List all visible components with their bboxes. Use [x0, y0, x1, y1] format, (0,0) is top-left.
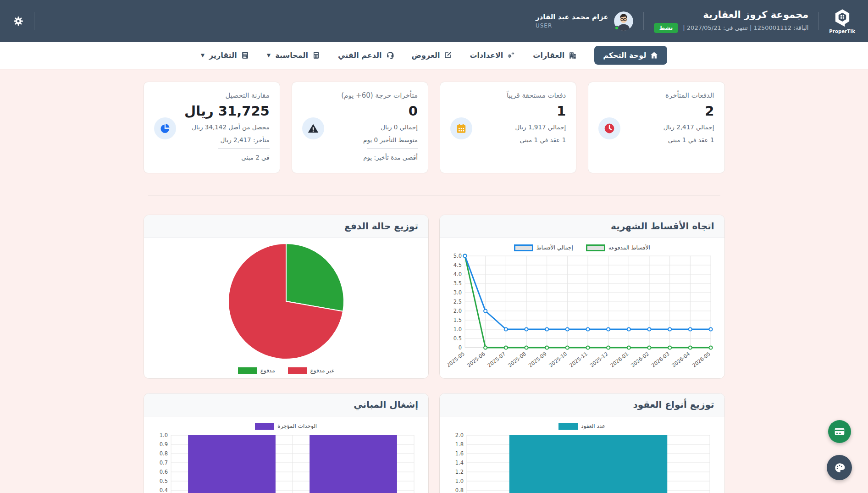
bar-chart-contract-types: 2.01.81.61.41.21.00.80.60.40.20.0	[448, 431, 716, 493]
stat-card: الدفعات المتأخرة 2 إجمالي 2,417 ريال1 عق…	[588, 82, 724, 173]
nav-item-headset[interactable]: الدعم الفني	[338, 51, 394, 60]
svg-text:2025-07: 2025-07	[487, 351, 507, 369]
svg-text:2025-11: 2025-11	[569, 351, 589, 369]
chart-card-monthly-trend: اتجاه الأقساط الشهرية الأقساط المدفوعةإج…	[439, 215, 725, 379]
svg-text:0.4: 0.4	[159, 487, 167, 493]
stat-subtext: متأخر: 2,417 ريال	[182, 135, 270, 145]
nav-item-label: العقارات	[533, 51, 564, 60]
svg-text:2025-12: 2025-12	[589, 351, 609, 369]
legend-label: غير مدفوع	[310, 367, 334, 374]
chart-title-building-occupancy: إشغال المباني	[144, 393, 429, 416]
nav-item-label: الدعم الفني	[338, 51, 382, 60]
bar-chart-building-occupancy: 1.00.90.80.70.60.50.40.30.20.10.0	[152, 431, 420, 493]
svg-text:1.0: 1.0	[159, 432, 167, 438]
section-divider	[148, 195, 720, 195]
stat-value: 1	[478, 103, 566, 119]
chart-legend: عدد العقود	[443, 423, 721, 430]
chart-title-monthly-trend: اتجاه الأقساط الشهرية	[440, 215, 724, 238]
chart-legend: غير مدفوعمدفوع	[148, 367, 425, 374]
legend-label: الأقساط المدفوعة	[608, 244, 650, 251]
stat-divider	[367, 148, 418, 149]
legend-item[interactable]: غير مدفوع	[288, 367, 334, 374]
svg-text:0.6: 0.6	[159, 469, 167, 475]
svg-text:2025-09: 2025-09	[528, 351, 548, 369]
brand-name: ProperTik	[829, 29, 855, 34]
stat-subtext: إجمالي 0 ريال	[330, 122, 418, 132]
stat-subtext: متوسط التأخير 0 يوم	[330, 135, 418, 145]
stat-subtext: أقصى مدة تأخير: يوم	[330, 153, 418, 162]
user-block[interactable]: عزام محمد عبد القادر USER	[536, 11, 633, 31]
svg-text:0.8: 0.8	[159, 450, 167, 457]
clock-icon	[598, 117, 620, 139]
chart-legend: الوحدات المؤجرة	[148, 423, 425, 430]
nav-item-calculator[interactable]: المحاسبة▼	[267, 51, 321, 60]
nav-item-gears[interactable]: الاعدادات	[470, 51, 515, 60]
status-badge: نشط	[654, 23, 679, 33]
stat-card: متأخرات حرجة (60+ يوم) 0 إجمالي 0 ريالمت…	[292, 82, 428, 173]
stat-subtext: إجمالي 1,917 ريال	[478, 122, 566, 132]
stat-card: دفعات مستحقة قريباً 1 إجمالي 1,917 ريال1…	[440, 82, 576, 173]
calculator-icon	[312, 51, 321, 60]
building-icon	[568, 51, 577, 60]
svg-text:0.8: 0.8	[455, 487, 464, 493]
svg-text:1.0: 1.0	[453, 326, 462, 332]
legend-item[interactable]: عدد العقود	[558, 423, 605, 430]
main-nav: لوحة التحكمالعقاراتالاعداداتالعروضالدعم …	[0, 42, 868, 69]
legend-item[interactable]: الوحدات المؤجرة	[255, 423, 317, 430]
dashboard-main: الدفعات المتأخرة 2 إجمالي 2,417 ريال1 عق…	[144, 69, 725, 493]
plan-info: الباقة: 1250001112 | تنتهي في: 2027/05/2…	[683, 24, 808, 31]
stat-subtext: في 2 مبنى	[182, 153, 270, 162]
gear-icon	[13, 16, 24, 27]
legend-label: الوحدات المؤجرة	[277, 423, 317, 429]
svg-text:1.5: 1.5	[453, 317, 462, 323]
stat-value: 31,725 ريال	[182, 103, 270, 119]
avatar[interactable]	[614, 11, 633, 31]
payments-fab[interactable]	[828, 420, 851, 443]
stat-subtext: 1 عقد في 1 مبنى	[626, 135, 714, 145]
svg-text:2025-08: 2025-08	[507, 351, 527, 369]
stat-subtext: إجمالي 2,417 ريال	[626, 122, 714, 132]
brand-logo: ProperTik	[829, 8, 855, 34]
nav-item-label: التقارير	[209, 51, 237, 60]
stat-subtext: محصل من أصل 34,142 ريال	[182, 122, 270, 132]
legend-label: عدد العقود	[581, 423, 605, 429]
settings-gear-button[interactable]	[13, 16, 24, 27]
nav-item-home[interactable]: لوحة التحكم	[594, 46, 667, 65]
credit-card-icon	[834, 426, 846, 438]
chevron-down-icon: ▼	[267, 52, 271, 58]
chart-card-contract-types: توزيع أنواع العقود عدد العقود 2.01.81.61…	[439, 393, 725, 493]
charts-row-2: توزيع أنواع العقود عدد العقود 2.01.81.61…	[144, 393, 725, 493]
svg-text:1.6: 1.6	[455, 450, 464, 457]
home-icon	[650, 51, 658, 60]
chevron-down-icon: ▼	[201, 52, 205, 58]
header-divider	[818, 12, 819, 30]
svg-text:4.5: 4.5	[453, 262, 462, 268]
nav-item-edit[interactable]: العروض	[412, 51, 453, 60]
svg-text:0.7: 0.7	[159, 460, 167, 466]
theme-fab[interactable]	[827, 455, 852, 480]
calendar-icon	[450, 117, 472, 139]
svg-text:4.0: 4.0	[453, 271, 462, 277]
stat-title: متأخرات حرجة (60+ يوم)	[330, 91, 418, 100]
company-block: مجموعة كروز العقارية الباقة: 1250001112 …	[654, 9, 809, 33]
svg-text:2026-02: 2026-02	[630, 351, 650, 369]
user-role: USER	[536, 22, 552, 29]
legend-item[interactable]: إجمالي الأقساط	[514, 244, 573, 251]
palette-icon	[834, 462, 846, 474]
warning-icon	[302, 117, 324, 139]
nav-item-report[interactable]: التقارير▼	[201, 51, 249, 60]
chart-card-payment-status: توزيع حالة الدفع غير مدفوعمدفوع	[144, 215, 429, 379]
nav-item-label: الاعدادات	[470, 51, 503, 60]
legend-label: إجمالي الأقساط	[536, 244, 573, 251]
chart-title-payment-status: توزيع حالة الدفع	[144, 215, 429, 238]
nav-item-label: المحاسبة	[275, 51, 308, 60]
legend-item[interactable]: مدفوع	[238, 367, 275, 374]
legend-swatch	[255, 423, 274, 430]
legend-swatch	[586, 244, 605, 251]
user-name: عزام محمد عبد القادر	[536, 13, 608, 21]
nav-item-building[interactable]: العقارات	[533, 51, 577, 60]
stat-value: 0	[330, 103, 418, 119]
svg-text:0.5: 0.5	[159, 478, 167, 484]
legend-item[interactable]: الأقساط المدفوعة	[586, 244, 650, 251]
svg-text:2025-10: 2025-10	[548, 351, 568, 369]
